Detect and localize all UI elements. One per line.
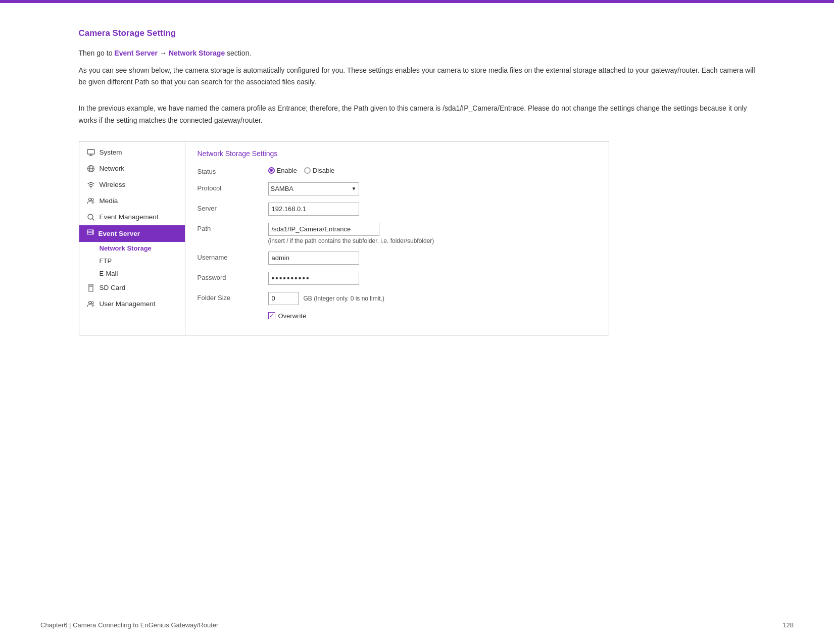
path-note-mid: ; therefore, the Path given to this came…	[306, 104, 443, 112]
sidebar-sdcard-label: SD Card	[100, 284, 126, 291]
event-server-link[interactable]: Event Server	[114, 49, 158, 57]
folder-size-suffix: GB (Integer only. 0 is no limit.)	[304, 295, 385, 302]
sidebar-sub-network-storage[interactable]: Network Storage	[79, 242, 185, 255]
svg-rect-0	[87, 150, 94, 154]
sidebar-item-network[interactable]: Network	[79, 161, 185, 177]
sidebar-item-wireless[interactable]: Wireless	[79, 177, 185, 193]
path-row: Path /sda1/IP_Camera/Entrance (insert / …	[198, 223, 597, 244]
intro1-before: Then go to	[79, 49, 115, 57]
sidebar-event-server-label: Event Server	[99, 230, 140, 237]
password-value: ••••••••••	[272, 274, 310, 283]
svg-point-19	[88, 301, 91, 304]
overwrite-control: Overwrite	[268, 312, 597, 320]
sidebar-user-mgmt-label: User Management	[100, 300, 156, 308]
path-link[interactable]: Path	[135, 78, 150, 86]
desc-before: As you can see shown below, the camera s…	[79, 66, 236, 74]
username-input[interactable]: admin	[268, 252, 359, 265]
sidebar-item-system[interactable]: System	[79, 144, 185, 161]
server-control: 192.168.0.1	[268, 203, 597, 216]
system-icon	[86, 148, 95, 157]
network-storage-link[interactable]: Network Storage	[169, 49, 225, 57]
svg-point-15	[92, 233, 93, 234]
sidebar-network-label: Network	[100, 165, 125, 172]
enable-radio[interactable]: Enable	[268, 167, 297, 174]
desc-bold: is automatically configured for you	[236, 66, 344, 74]
password-input[interactable]: ••••••••••	[268, 272, 359, 285]
protocol-control: SAMBA ▼	[268, 182, 597, 195]
footer-right: 128	[782, 621, 794, 629]
protocol-select[interactable]: SAMBA ▼	[268, 182, 359, 195]
username-value: admin	[272, 254, 289, 262]
server-label: Server	[198, 203, 268, 212]
svg-point-9	[91, 199, 93, 201]
disable-radio-circle[interactable]	[304, 167, 311, 174]
folder-size-value: 0	[272, 294, 275, 302]
path-note-paragraph: In the previous example, we have named t…	[79, 103, 756, 127]
disable-radio[interactable]: Disable	[304, 167, 334, 174]
footer-left: Chapter6 | Camera Connecting to EnGenius…	[40, 621, 218, 629]
path-note-mid2: . Please	[524, 104, 551, 112]
folder-size-input[interactable]: 0	[268, 292, 299, 305]
svg-point-20	[91, 302, 93, 304]
sidebar: System Network	[79, 141, 185, 335]
select-chevron-icon: ▼	[352, 186, 357, 191]
overwrite-label: Overwrite	[278, 312, 307, 320]
sidebar-media-label: Media	[100, 197, 118, 205]
password-control: ••••••••••	[268, 272, 597, 285]
svg-line-11	[92, 218, 94, 220]
status-row: Status Enable Disable	[198, 166, 597, 175]
path-input[interactable]: /sda1/IP_Camera/Entrance	[268, 223, 379, 236]
sidebar-item-user-management[interactable]: User Management	[79, 296, 185, 312]
folder-size-control: 0 GB (Integer only. 0 is no limit.)	[268, 292, 597, 305]
username-label: Username	[198, 252, 268, 261]
change-settings-bold: change the settings	[573, 104, 634, 112]
donot-link: do not	[552, 104, 571, 112]
settings-panel: System Network	[79, 141, 609, 335]
sidebar-item-event-management[interactable]: Event Management	[79, 209, 185, 225]
enable-label: Enable	[277, 167, 297, 174]
user-mgmt-icon	[86, 300, 95, 309]
overwrite-row: Overwrite	[198, 312, 597, 320]
event-server-icon	[86, 229, 94, 238]
folder-size-label: Folder Size	[198, 292, 268, 302]
sidebar-item-event-server[interactable]: Event Server	[79, 225, 185, 242]
settings-section-title: Network Storage Settings	[198, 150, 597, 158]
desc-after2: so that you can search for the associate…	[149, 78, 316, 86]
overwrite-empty-label	[198, 312, 268, 314]
path-value-bold: /sda1/IP_Camera/Entrace	[443, 104, 524, 112]
settings-main-content: Network Storage Settings Status Enable D…	[185, 141, 609, 335]
protocol-value: SAMBA	[271, 185, 294, 192]
password-row: Password ••••••••••	[198, 272, 597, 285]
intro-paragraph-1: Then go to Event Server→Network Storage …	[79, 47, 756, 59]
path-label: Path	[198, 223, 268, 232]
intro1-after: section.	[225, 49, 251, 57]
event-mgmt-icon	[86, 213, 95, 222]
sidebar-item-media[interactable]: Media	[79, 193, 185, 209]
sidebar-sub-ftp[interactable]: FTP	[79, 255, 185, 267]
server-input[interactable]: 192.168.0.1	[268, 203, 359, 216]
protocol-label: Protocol	[198, 182, 268, 192]
overwrite-checkbox-row: Overwrite	[268, 312, 597, 320]
protocol-row: Protocol SAMBA ▼	[198, 182, 597, 195]
disable-label: Disable	[313, 167, 334, 174]
status-control: Enable Disable	[268, 166, 597, 174]
network-icon	[86, 164, 95, 173]
description-paragraph: As you can see shown below, the camera s…	[79, 65, 756, 87]
sidebar-event-mgmt-label: Event Management	[100, 213, 159, 221]
enable-radio-dot[interactable]	[268, 167, 275, 174]
folder-size-row: Folder Size 0 GB (Integer only. 0 is no …	[198, 292, 597, 305]
sidebar-item-sd-card[interactable]: SD Card	[79, 280, 185, 296]
page-content: Camera Storage Setting Then go to Event …	[38, 3, 796, 386]
overwrite-checkbox[interactable]	[268, 312, 275, 319]
svg-point-14	[92, 230, 93, 231]
sidebar-system-label: System	[100, 148, 122, 156]
path-note-before: In the previous example, we have named t…	[79, 104, 278, 112]
path-note: (insert / if the path contains the subfo…	[268, 237, 597, 244]
sidebar-sub-email[interactable]: E-Mail	[79, 267, 185, 280]
media-icon	[86, 196, 95, 206]
sdcard-icon	[86, 283, 95, 292]
server-row: Server 192.168.0.1	[198, 203, 597, 216]
password-label: Password	[198, 272, 268, 281]
svg-point-7	[90, 187, 91, 188]
sidebar-wireless-label: Wireless	[100, 181, 126, 188]
